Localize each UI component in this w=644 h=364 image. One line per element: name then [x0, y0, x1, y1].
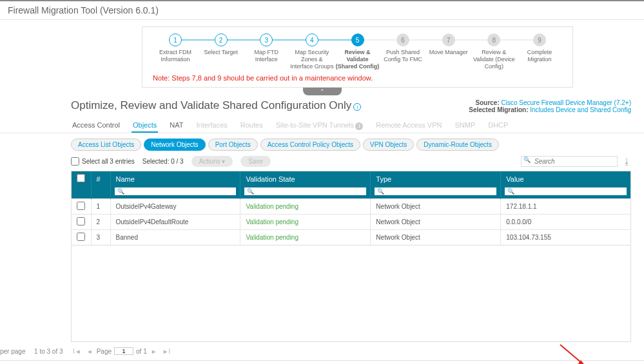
row-validation: Validation pending: [240, 199, 371, 215]
info-icon[interactable]: i: [353, 103, 361, 111]
maintenance-note: Note: Steps 7,8 and 9 should be carried …: [153, 74, 562, 82]
subtab-port-objects[interactable]: Port Objects: [208, 139, 258, 151]
row-validation: Validation pending: [240, 215, 371, 230]
chevron-up-icon: ⌃: [320, 88, 325, 95]
step-8: 8Review & Validate (Device Config): [471, 34, 516, 70]
pager: per page 1 to 3 of 3 I◄ ◄ Page of 1 ► ►I: [0, 342, 644, 360]
mig-link[interactable]: Includes Device and Shared Config: [530, 106, 631, 113]
step-2: 2Select Target: [199, 34, 244, 56]
step-label: Map Security Zones & Interface Groups: [289, 49, 335, 70]
save-button[interactable]: Save: [240, 156, 271, 167]
step-circle: 5: [351, 34, 364, 46]
filter-value[interactable]: [505, 187, 627, 195]
tab-objects[interactable]: Objects: [132, 119, 158, 133]
badge: 1: [355, 122, 363, 130]
source-label: Source:: [476, 99, 502, 106]
app-title: Firewall Migration Tool (Version 6.0.1): [8, 5, 159, 15]
table-blank-area: [71, 245, 631, 342]
step-label: Review & Validate (Shared Config): [335, 49, 380, 70]
step-7: 7Move Manager: [426, 34, 471, 56]
tab-snmp: SNMP: [453, 119, 476, 133]
object-table: # Name Validation State Type Value 1Outs…: [71, 171, 631, 245]
pager-next-icon[interactable]: ►: [150, 348, 159, 355]
step-circle: 6: [396, 34, 409, 46]
mig-label: Selected Migration:: [469, 106, 530, 113]
subtab-network-objects[interactable]: Network Objects: [144, 139, 205, 151]
pager-prev-icon[interactable]: ◄: [85, 348, 94, 355]
step-6: 6Push Shared Config To FMC: [380, 34, 425, 63]
subtab-access-control-policy-objects[interactable]: Access Control Policy Objects: [260, 139, 360, 151]
row-checkbox[interactable]: [77, 233, 85, 241]
step-label: Push Shared Config To FMC: [380, 49, 425, 63]
pager-last-icon[interactable]: ►I: [161, 348, 172, 355]
tab-nat[interactable]: NAT: [168, 119, 184, 133]
step-1: 1Extract FDM Information: [153, 34, 198, 63]
source-link[interactable]: Cisco Secure Firewall Device Manager (7.…: [502, 99, 631, 106]
step-5: 5Review & Validate (Shared Config): [335, 34, 380, 70]
tab-access-control[interactable]: Access Control: [71, 119, 121, 133]
selected-count: Selected: 0 / 3: [142, 158, 184, 165]
row-checkbox[interactable]: [77, 202, 85, 210]
step-circle: 9: [533, 34, 546, 46]
col-index: #: [91, 171, 110, 186]
secondary-tabs: Access List ObjectsNetwork ObjectsPort O…: [0, 133, 644, 155]
subtab-dynamic-route-objects[interactable]: Dynamic-Route Objects: [416, 139, 499, 151]
filter-type[interactable]: [375, 187, 496, 195]
step-circle: 2: [215, 34, 228, 46]
primary-tabs: Access ControlObjectsNATInterfacesRoutes…: [0, 116, 644, 133]
row-type: Network Object: [371, 215, 501, 230]
row-name: Banned: [110, 230, 240, 245]
header-checkbox[interactable]: [77, 174, 85, 182]
filter-name[interactable]: [115, 187, 237, 195]
subtab-access-list-objects[interactable]: Access List Objects: [71, 139, 141, 151]
col-value[interactable]: Value: [501, 171, 630, 186]
step-4: 4Map Security Zones & Interface Groups: [289, 34, 335, 70]
svg-marker-9: [577, 360, 586, 364]
page-title: Optimize, Review and Validate Shared Con…: [71, 99, 351, 111]
col-name[interactable]: Name: [110, 171, 240, 186]
collapse-handle[interactable]: ⌃: [303, 87, 342, 95]
row-value: 103.104.73.155: [501, 230, 630, 245]
search-input[interactable]: [521, 156, 618, 167]
pager-first-icon[interactable]: I◄: [72, 348, 83, 355]
step-circle: 3: [260, 34, 273, 46]
tab-interfaces: Interfaces: [195, 119, 228, 133]
col-type[interactable]: Type: [371, 171, 501, 186]
select-all-label[interactable]: Select all 3 entries: [71, 157, 135, 166]
step-9: 9Complete Migration: [517, 34, 562, 63]
pager-page-label: Page: [97, 348, 112, 355]
tab-remote-access-vpn: Remote Access VPN: [375, 119, 443, 133]
table-row[interactable]: 2OutsideIPv4DefaultRouteValidation pendi…: [72, 215, 630, 230]
table-row[interactable]: 1OutsideIPv4GatewayValidation pendingNet…: [72, 199, 630, 215]
steps-row: 1Extract FDM Information2Select Target3M…: [153, 34, 562, 70]
filter-validation[interactable]: [244, 187, 366, 195]
row-checkbox[interactable]: [77, 217, 85, 225]
table-row[interactable]: 3BannedValidation pendingNetwork Object1…: [72, 230, 630, 245]
row-type: Network Object: [371, 199, 501, 215]
app-title-bar: Firewall Migration Tool (Version 6.0.1): [0, 0, 644, 20]
download-icon[interactable]: ⭳: [623, 157, 631, 166]
step-label: Move Manager: [429, 49, 468, 56]
select-all-text: Select all 3 entries: [82, 158, 135, 165]
step-label: Select Target: [204, 49, 237, 56]
col-validation[interactable]: Validation State: [240, 171, 371, 186]
step-label: Map FTD Interface: [244, 49, 289, 63]
actions-button[interactable]: Actions ▾: [191, 156, 233, 167]
step-circle: 1: [169, 34, 182, 46]
page-header: Optimize, Review and Validate Shared Con…: [0, 95, 644, 116]
toolbar: Select all 3 entries Selected: 0 / 3 Act…: [0, 155, 644, 171]
row-validation: Validation pending: [240, 230, 371, 245]
step-circle: 4: [306, 34, 318, 46]
col-select: [72, 171, 91, 186]
select-all-checkbox[interactable]: [71, 157, 79, 166]
step-label: Complete Migration: [517, 49, 562, 63]
tab-routes: Routes: [239, 119, 264, 133]
row-index: 2: [91, 215, 110, 230]
step-circle: 8: [487, 34, 500, 46]
source-meta: Source: Cisco Secure Firewall Device Man…: [469, 99, 631, 113]
pager-page-input[interactable]: [114, 347, 133, 355]
pager-per: per page: [0, 348, 25, 355]
row-index: 3: [91, 230, 110, 245]
pager-range: 1 to 3 of 3: [34, 348, 63, 355]
subtab-vpn-objects[interactable]: VPN Objects: [363, 139, 414, 151]
